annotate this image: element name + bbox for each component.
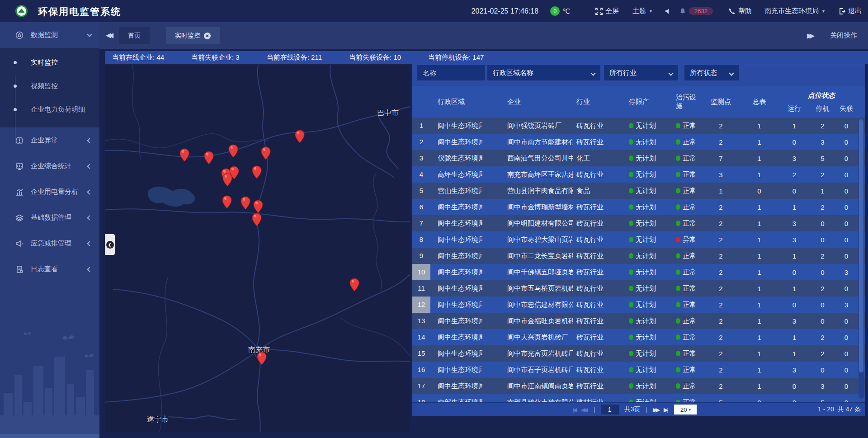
- chevron-left-icon: [87, 189, 92, 194]
- table-row[interactable]: 3仪陇生态环境局西南油气田分公司川中化工无计划正常71350: [412, 150, 865, 166]
- map-pin[interactable]: [261, 146, 271, 160]
- status-filter-select[interactable]: 所有状态: [684, 65, 739, 80]
- tab-scroll-right-icon[interactable]: ▶▶: [807, 32, 815, 40]
- status-dot-icon: [676, 286, 680, 291]
- fullscreen-button[interactable]: 全屏: [595, 7, 619, 15]
- sidebar-subitem-视频监控[interactable]: 视频监控: [0, 74, 99, 98]
- help-button[interactable]: 帮助: [728, 7, 752, 15]
- name-filter-input[interactable]: [423, 69, 480, 77]
- table-row[interactable]: 16阆中生态环境局阆中市石子页岩机砖厂砖瓦行业无计划正常21300: [412, 362, 865, 378]
- name-filter[interactable]: [417, 65, 485, 80]
- prev-page-icon[interactable]: ◀◀: [581, 406, 588, 413]
- status-dot-icon: [629, 286, 633, 291]
- table-row[interactable]: 12阆中生态环境局阆中市忠信建材有限公砖瓦行业无计划正常21003: [412, 297, 865, 313]
- table-row[interactable]: 2阆中生态环境局阆中市南方节能建材有砖瓦行业无计划正常21030: [412, 134, 865, 150]
- col-meters: 总表: [740, 98, 778, 106]
- bullet-icon: [14, 108, 17, 111]
- cell-run: 3: [778, 220, 810, 227]
- sidebar-subitem-实时监控[interactable]: 实时监控: [0, 51, 99, 74]
- close-operations-button[interactable]: 关闭操作: [830, 31, 857, 40]
- sound-button[interactable]: [665, 8, 672, 15]
- table-row[interactable]: 10阆中生态环境局阆中千佛镇五郎垭页岩砖瓦行业无计划正常21003: [412, 264, 865, 280]
- first-page-icon[interactable]: |◀: [573, 406, 577, 413]
- table-row[interactable]: 11阆中生态环境局阆中市五马桥页岩机砖砖瓦行业无计划正常21120: [412, 280, 865, 297]
- map-pin[interactable]: [179, 148, 189, 162]
- table-row[interactable]: 8阆中生态环境局阆中市枣碧大梁山页岩砖瓦行业无计划异常21300: [412, 231, 865, 248]
- cell-company: 阆中市光富页岩机砖厂: [482, 349, 573, 358]
- bar-chart-icon: [15, 188, 24, 196]
- map-pin[interactable]: [257, 352, 267, 365]
- last-page-icon[interactable]: ▶|: [664, 406, 668, 413]
- status-dot-icon: [629, 221, 633, 226]
- map-pin[interactable]: [228, 144, 238, 158]
- map-pin[interactable]: [204, 151, 214, 165]
- fullscreen-icon: [595, 8, 603, 15]
- cell-points: 2: [702, 138, 740, 146]
- map-pin[interactable]: [241, 196, 250, 210]
- sidebar-item-6[interactable]: 日志查看: [0, 256, 99, 282]
- table-row[interactable]: 15阆中生态环境局阆中市光富页岩机砖厂砖瓦行业无计划正常21120: [412, 345, 865, 362]
- map-panel[interactable]: 巴中市南充市遂宁市 ❮: [105, 65, 410, 432]
- map-pin[interactable]: [349, 278, 359, 292]
- sidebar-subitem-label: 实时监控: [31, 58, 58, 67]
- cell-lost: 0: [835, 317, 858, 325]
- cell-meters: 1: [740, 317, 778, 325]
- logout-label: 退出: [848, 7, 862, 15]
- sidebar-item-5[interactable]: 应急减排管理: [0, 231, 99, 256]
- theme-dropdown[interactable]: 主题 ▾: [632, 7, 652, 15]
- org-dropdown[interactable]: 南充市生态环境局 ▾: [764, 7, 825, 15]
- table-row[interactable]: 17阆中生态环境局阆中市江南镇阆南页岩砖瓦行业无计划正常21030: [412, 378, 865, 394]
- table-header: 行政区域 企业 行业 停限产 治污设施 监测点 总表 运行 停机 失联 点位状态: [412, 86, 865, 118]
- table-row[interactable]: 18南部生态环境局南部县砖化土砖有限公建材行业无计划正常50050: [412, 394, 865, 402]
- table-row[interactable]: 7阆中生态环境局阆中明阳建材有限公司砖瓦行业无计划正常21300: [412, 215, 865, 231]
- logout-button[interactable]: 退出: [838, 7, 862, 15]
- chevron-down-icon: ▾: [650, 9, 652, 14]
- sidebar-item-0[interactable]: 数据监测: [0, 22, 99, 48]
- table-row[interactable]: 14阆中生态环境局阆中大兴页岩机砖厂砖瓦行业无计划正常21120: [412, 329, 865, 345]
- table-row[interactable]: 13阆中生态环境局阆中市金福旺页岩机砖砖瓦行业无计划正常21300: [412, 313, 865, 329]
- page-size-select[interactable]: 20 ▾: [674, 405, 697, 414]
- col-company: 企业: [482, 98, 573, 106]
- map-pin[interactable]: [222, 195, 232, 209]
- scrollbar-thumb[interactable]: [859, 119, 863, 372]
- tab-实时监控[interactable]: 实时监控✕: [166, 27, 220, 44]
- page-number-input[interactable]: 1: [601, 405, 619, 414]
- sidebar-item-3[interactable]: 企业用电量分析: [0, 179, 99, 205]
- table-row[interactable]: 1阆中生态环境局阆中强锐页岩砖厂砖瓦行业无计划正常21120: [412, 118, 865, 134]
- cell-stop: 0: [810, 236, 835, 244]
- industry-filter-select[interactable]: 所有行业: [604, 65, 678, 80]
- cell-limit: 无计划: [618, 235, 672, 244]
- sidebar-item-label: 企业异常: [31, 136, 58, 145]
- col-facility: 治污设施: [672, 93, 702, 110]
- next-page-icon[interactable]: ▶▶: [653, 406, 660, 413]
- map-pin[interactable]: [252, 165, 262, 179]
- status-dot-icon: [676, 351, 680, 356]
- tab-首页[interactable]: 首页: [119, 27, 150, 44]
- status-dot-icon: [676, 269, 680, 275]
- stat-item: 当前停机设备: 147: [428, 53, 484, 62]
- map-pin[interactable]: [222, 173, 232, 187]
- map-pin[interactable]: [295, 130, 305, 143]
- datetime: 2021-02-25 17:46:18: [472, 7, 539, 15]
- cell-limit: 无计划: [618, 366, 672, 374]
- table-row[interactable]: 6阆中生态环境局阆中市金博瑞新型墙材砖瓦行业无计划正常21120: [412, 199, 865, 215]
- chevron-left-icon: [87, 138, 92, 143]
- table-row[interactable]: 4高坪生态环境局南充市高坪区王家店建砖瓦行业无计划正常31220: [412, 166, 865, 183]
- sidebar-item-4[interactable]: 基础数据管理: [0, 205, 99, 231]
- log-file-icon: [15, 265, 24, 273]
- table-row[interactable]: 5营山生态环境局营山县润丰肉食品有限食品无计划正常10010: [412, 183, 865, 199]
- region-filter-select[interactable]: 行政区域名称: [487, 65, 600, 80]
- notifications[interactable]: 2632: [679, 7, 713, 15]
- tab-scroll-left-icon[interactable]: ◀◀: [106, 31, 111, 39]
- table-row[interactable]: 9阆中生态环境局阆中市二龙长宝页岩砖砖瓦行业无计划正常21120: [412, 248, 865, 264]
- sidebar-item-1[interactable]: 企业异常: [0, 127, 99, 153]
- map-pin[interactable]: [253, 200, 263, 213]
- map-collapse-button[interactable]: ❮: [105, 234, 115, 255]
- close-icon[interactable]: ✕: [204, 33, 211, 39]
- status-dot-icon: [629, 367, 633, 372]
- cell-facility: 正常: [672, 122, 702, 130]
- sidebar-item-2[interactable]: 企业综合统计: [0, 153, 99, 179]
- map-pin[interactable]: [252, 213, 262, 226]
- sidebar-subitem-企业电力负荷明细[interactable]: 企业电力负荷明细: [0, 98, 99, 121]
- chevron-left-icon: [87, 267, 92, 272]
